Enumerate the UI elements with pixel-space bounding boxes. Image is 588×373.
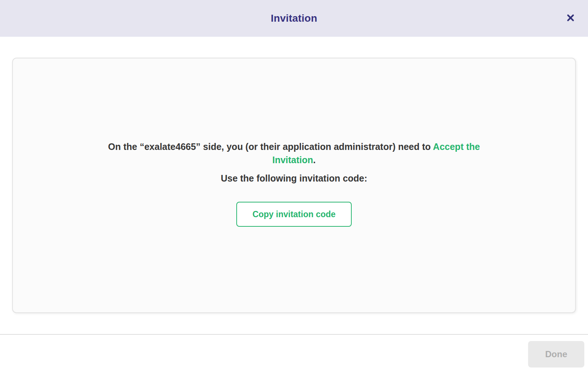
dialog-footer: Done xyxy=(0,334,588,373)
dialog-header: Invitation xyxy=(0,0,588,37)
dialog-title: Invitation xyxy=(271,12,317,24)
copy-invitation-code-button[interactable]: Copy invitation code xyxy=(236,202,352,227)
invitation-card: On the “exalate4665” side, you (or their… xyxy=(12,58,576,313)
invitation-code-instruction: Use the following invitation code: xyxy=(13,172,575,185)
close-icon xyxy=(567,14,574,22)
close-button[interactable] xyxy=(563,10,578,25)
accept-link-line1: Accept the xyxy=(433,141,480,152)
invitation-message: On the “exalate4665” side, you (or their… xyxy=(55,140,533,166)
message-text-after: . xyxy=(313,155,316,165)
accept-link-line2: Invitation xyxy=(272,155,313,165)
done-button[interactable]: Done xyxy=(528,341,584,367)
message-text-before: On the “exalate4665” side, you (or their… xyxy=(108,141,433,152)
